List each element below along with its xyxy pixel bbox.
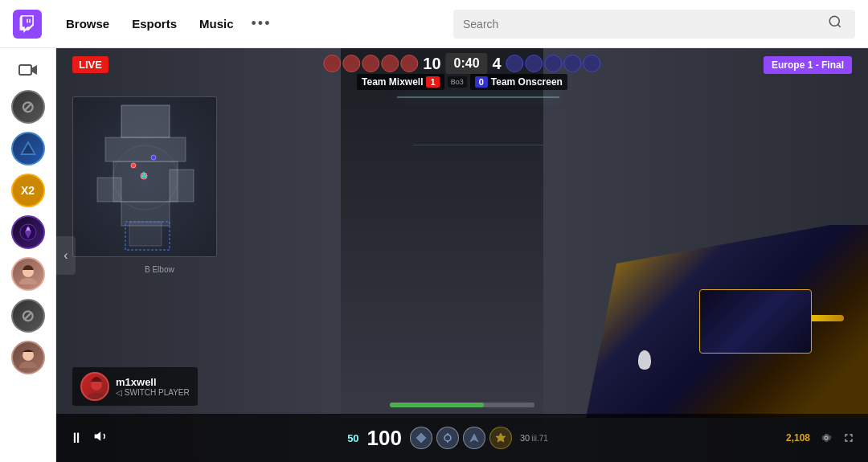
minimap-svg: [73, 97, 217, 257]
nav-more[interactable]: •••: [252, 15, 272, 32]
fullscreen-icon[interactable]: [842, 431, 855, 444]
camera-icon: [18, 63, 38, 77]
corridor-center: [341, 48, 544, 462]
svg-point-26: [444, 435, 451, 441]
channel-2-icon: [18, 139, 38, 158]
sidebar-camera-icon[interactable]: [11, 58, 45, 82]
ability-2-icon: [442, 432, 453, 444]
right-player-1: [506, 55, 524, 72]
team-right-name-box: 0 Team Onscreen: [470, 74, 567, 90]
volume-icon: [93, 428, 109, 444]
video-content: LIVE 10 0:40 4: [56, 48, 868, 462]
ammo-indicators: 30 iii.71: [520, 433, 548, 443]
svg-rect-16: [170, 170, 194, 202]
svg-point-21: [131, 163, 136, 168]
channel-7-icon: [16, 345, 40, 370]
sidebar-item-channel-5[interactable]: [11, 257, 45, 291]
score-section: 10 0:40 4: [323, 53, 600, 74]
svg-rect-0: [27, 18, 28, 22]
ability-icons: [410, 427, 512, 449]
europe-badge: Europe 1 - Final: [764, 56, 852, 74]
ammo-num: 30: [520, 433, 530, 443]
sidebar-item-channel-1[interactable]: ⊘: [11, 90, 45, 124]
search-input[interactable]: [463, 18, 825, 31]
svg-rect-12: [121, 105, 170, 137]
bo-label: Bo3: [448, 76, 467, 88]
svg-rect-14: [113, 161, 178, 202]
team-left-name: Team Mixwell: [362, 76, 423, 88]
sidebar-item-channel-4[interactable]: [11, 215, 45, 249]
ability-3: [463, 427, 485, 449]
svg-rect-18: [129, 222, 162, 246]
volume-button[interactable]: [93, 428, 109, 448]
left-total-score: 10: [423, 55, 440, 73]
ceiling-strip-1: [397, 96, 559, 98]
minimap: [72, 96, 217, 257]
hud-bottom-controls: ⏸ 50 100: [56, 414, 868, 462]
gun-screen: [699, 289, 812, 354]
left-player-1: [323, 55, 341, 72]
left-team-icons: [323, 55, 418, 72]
svg-rect-15: [97, 178, 121, 202]
channel-4-icon: [17, 221, 39, 243]
player-avatar: [80, 372, 109, 401]
right-player-3: [545, 55, 563, 72]
right-total-score: 4: [493, 55, 502, 73]
team-right-score-badge: 0: [475, 76, 488, 88]
player-details: m1xwell ◁ SWITCH PLAYER: [116, 376, 190, 397]
right-player-2: [526, 55, 543, 72]
ceiling-strip-2: [413, 145, 543, 145]
player-info-bar: m1xwell ◁ SWITCH PLAYER: [72, 367, 198, 406]
twitch-icon: [18, 15, 36, 33]
svg-point-2: [829, 16, 839, 26]
svg-point-22: [151, 155, 156, 160]
svg-point-9: [27, 227, 30, 231]
svg-rect-13: [105, 137, 186, 161]
gun-weapon: [571, 217, 868, 418]
nav-browse[interactable]: Browse: [61, 14, 114, 34]
hud-top: LIVE 10 0:40 4: [56, 48, 868, 88]
sidebar: ⊘ X2 ⊘: [0, 48, 56, 462]
player-avatar-icon: [82, 374, 109, 401]
svg-rect-4: [19, 65, 31, 75]
svg-rect-1: [29, 18, 31, 22]
sidebar-item-channel-2[interactable]: [11, 132, 45, 166]
ability-1: [410, 427, 432, 449]
settings-icon[interactable]: [820, 431, 833, 444]
search-button[interactable]: [825, 11, 845, 36]
team-names-bar: Team Mixwell 1 Bo3 0 Team Onscreen: [357, 74, 567, 90]
ability-bar: 50 100: [119, 426, 776, 451]
main-content: ⊘ X2 ⊘: [0, 48, 868, 462]
right-team-icons: [506, 55, 601, 72]
play-pause-button[interactable]: ⏸: [69, 430, 84, 447]
channel-5-icon: [16, 262, 40, 286]
gold-display: 2,108: [786, 432, 810, 444]
ability-3-icon: [469, 432, 480, 444]
minimap-inner: [73, 97, 216, 256]
live-badge: LIVE: [72, 56, 108, 73]
search-icon: [828, 14, 842, 29]
sidebar-item-channel-6[interactable]: ⊘: [11, 299, 45, 333]
ability-ultimate: [489, 427, 512, 449]
header: Browse Esports Music •••: [0, 0, 868, 48]
nav-music[interactable]: Music: [194, 14, 239, 34]
sidebar-collapse-button[interactable]: ‹: [56, 236, 76, 275]
svg-marker-5: [31, 65, 37, 75]
sidebar-item-channel-3[interactable]: X2: [11, 174, 45, 207]
left-player-5: [400, 55, 418, 72]
search-bar: [453, 10, 855, 39]
nav-esports[interactable]: Esports: [127, 14, 182, 34]
ammo-reserve: iii.71: [531, 434, 548, 443]
left-player-3: [362, 55, 379, 72]
map-location-label: B Elbow: [145, 265, 174, 274]
match-timer: 0:40: [446, 53, 488, 74]
health-fill: [390, 403, 484, 407]
twitch-logo[interactable]: [13, 10, 42, 39]
health-display: 100: [367, 426, 402, 451]
team-right-name: Team Onscreen: [491, 76, 563, 88]
right-player-5: [583, 55, 601, 72]
left-player-4: [381, 55, 399, 72]
right-player-4: [564, 55, 582, 72]
shield-count: 50: [347, 432, 358, 444]
sidebar-item-channel-7[interactable]: [11, 341, 45, 374]
